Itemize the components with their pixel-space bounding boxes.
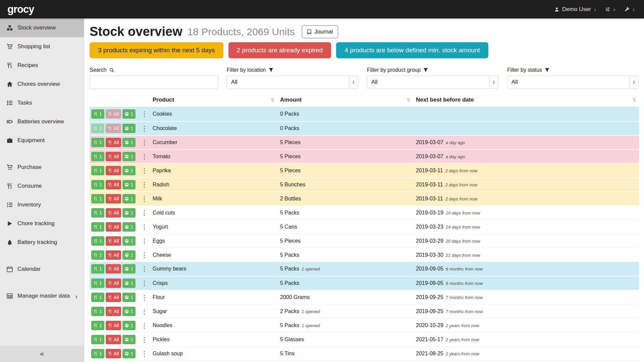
consume-all-button[interactable]: All bbox=[106, 222, 121, 232]
open-one-button[interactable]: 1 bbox=[122, 349, 136, 358]
consume-one-button[interactable]: 1 bbox=[91, 293, 104, 302]
open-one-button[interactable]: 1 bbox=[122, 307, 136, 316]
consume-one-button[interactable]: 1 bbox=[91, 208, 104, 218]
open-one-button[interactable]: 1 bbox=[122, 236, 136, 246]
journal-button[interactable]: Journal bbox=[302, 25, 338, 38]
row-menu-button[interactable]: ⋮ bbox=[139, 307, 149, 315]
row-menu-button[interactable]: ⋮ bbox=[139, 110, 149, 118]
open-one-button[interactable]: 1 bbox=[122, 194, 136, 203]
open-one-button[interactable]: 1 bbox=[122, 208, 136, 218]
col-product[interactable]: Product ⇅ bbox=[150, 94, 277, 107]
row-menu-button[interactable]: ⋮ bbox=[139, 279, 149, 287]
sidebar-item-consume[interactable]: Consume bbox=[0, 177, 84, 195]
consume-all-button[interactable]: All bbox=[106, 166, 121, 175]
sidebar-item-manage-master-data[interactable]: Manage master data› bbox=[0, 287, 84, 305]
sidebar-item-chores-overview[interactable]: Chores overview bbox=[0, 75, 84, 94]
consume-all-button[interactable]: All bbox=[106, 138, 121, 147]
sidebar-item-recipes[interactable]: Recipes bbox=[0, 56, 84, 75]
sidebar-item-batteries-overview[interactable]: Batteries overview bbox=[0, 112, 84, 131]
consume-one-button[interactable]: 1 bbox=[91, 180, 104, 189]
open-one-button[interactable]: 1 bbox=[122, 293, 136, 302]
col-amount[interactable]: Amount ⇅ bbox=[277, 94, 413, 107]
product-group-filter-select[interactable]: All bbox=[367, 75, 498, 89]
consume-one-button[interactable]: 1 bbox=[91, 166, 104, 175]
open-one-button[interactable]: 1 bbox=[122, 138, 136, 147]
consume-all-button[interactable]: All bbox=[106, 236, 121, 246]
consume-one-button[interactable]: 1 bbox=[91, 321, 104, 330]
sidebar-collapse-button[interactable]: « bbox=[0, 346, 84, 362]
consume-all-button[interactable]: All bbox=[106, 321, 121, 330]
consume-one-button[interactable]: 1 bbox=[91, 222, 104, 232]
admin-menu[interactable]: › bbox=[625, 6, 635, 12]
row-menu-button[interactable]: ⋮ bbox=[139, 223, 149, 231]
below-min-stock-alert-badge[interactable]: 4 products are below defined min. stock … bbox=[336, 42, 488, 58]
sidebar-item-stock-overview[interactable]: Stock overview bbox=[0, 18, 84, 37]
consume-all-button[interactable]: All bbox=[106, 349, 121, 358]
consume-one-button[interactable]: 1 bbox=[91, 109, 104, 119]
open-one-button[interactable]: 1 bbox=[122, 124, 136, 133]
row-menu-button[interactable]: ⋮ bbox=[139, 350, 149, 358]
row-menu-button[interactable]: ⋮ bbox=[139, 336, 149, 344]
open-one-button[interactable]: 1 bbox=[122, 180, 136, 189]
consume-one-button[interactable]: 1 bbox=[91, 124, 104, 133]
open-one-button[interactable]: 1 bbox=[122, 279, 136, 288]
consume-one-button[interactable]: 1 bbox=[91, 279, 104, 288]
consume-one-button[interactable]: 1 bbox=[91, 264, 104, 274]
row-menu-button[interactable]: ⋮ bbox=[139, 209, 149, 217]
open-one-button[interactable]: 1 bbox=[122, 109, 136, 119]
consume-all-button[interactable]: All bbox=[106, 250, 121, 260]
consume-all-button[interactable]: All bbox=[106, 152, 121, 161]
expired-alert-badge[interactable]: 2 products are already expired bbox=[228, 42, 331, 58]
sidebar-item-tasks[interactable]: Tasks bbox=[0, 94, 84, 112]
row-menu-button[interactable]: ⋮ bbox=[139, 167, 149, 175]
sidebar-item-calendar[interactable]: Calendar bbox=[0, 260, 84, 279]
open-one-button[interactable]: 1 bbox=[122, 321, 136, 330]
row-menu-button[interactable]: ⋮ bbox=[139, 195, 149, 203]
consume-all-button[interactable]: All bbox=[106, 307, 121, 316]
open-one-button[interactable]: 1 bbox=[122, 222, 136, 232]
consume-all-button[interactable]: All bbox=[106, 194, 121, 203]
consume-all-button[interactable]: All bbox=[106, 124, 121, 133]
consume-all-button[interactable]: All bbox=[106, 109, 121, 119]
consume-all-button[interactable]: All bbox=[106, 264, 121, 274]
consume-one-button[interactable]: 1 bbox=[91, 250, 104, 260]
sidebar-item-chore-tracking[interactable]: Chore tracking bbox=[0, 214, 84, 233]
sidebar-item-inventory[interactable]: Inventory bbox=[0, 195, 84, 214]
consume-all-button[interactable]: All bbox=[106, 180, 121, 189]
consume-one-button[interactable]: 1 bbox=[91, 349, 104, 358]
consume-one-button[interactable]: 1 bbox=[91, 236, 104, 246]
sidebar-item-battery-tracking[interactable]: Battery tracking bbox=[0, 233, 84, 252]
status-filter-select[interactable]: All bbox=[507, 75, 639, 89]
open-one-button[interactable]: 1 bbox=[122, 335, 136, 344]
open-one-button[interactable]: 1 bbox=[122, 152, 136, 161]
sidebar-item-purchase[interactable]: Purchase bbox=[0, 158, 84, 177]
consume-all-button[interactable]: All bbox=[106, 208, 121, 218]
row-menu-button[interactable]: ⋮ bbox=[139, 265, 149, 273]
col-best-before-date[interactable]: Next best before date ⇅ bbox=[413, 94, 639, 107]
location-filter-select[interactable]: All bbox=[227, 75, 358, 89]
row-menu-button[interactable]: ⋮ bbox=[139, 237, 149, 245]
consume-one-button[interactable]: 1 bbox=[91, 335, 104, 344]
consume-all-button[interactable]: All bbox=[106, 279, 121, 288]
consume-one-button[interactable]: 1 bbox=[91, 307, 104, 316]
settings-menu[interactable]: › bbox=[605, 6, 615, 12]
open-one-button[interactable]: 1 bbox=[122, 264, 136, 274]
search-input[interactable] bbox=[90, 75, 218, 89]
consume-all-button[interactable]: All bbox=[106, 335, 121, 344]
sidebar-item-equipment[interactable]: Equipment bbox=[0, 131, 84, 150]
row-menu-button[interactable]: ⋮ bbox=[139, 181, 149, 189]
open-one-button[interactable]: 1 bbox=[122, 250, 136, 260]
consume-one-button[interactable]: 1 bbox=[91, 194, 104, 203]
row-menu-button[interactable]: ⋮ bbox=[139, 138, 149, 146]
row-menu-button[interactable]: ⋮ bbox=[139, 293, 149, 301]
row-menu-button[interactable]: ⋮ bbox=[139, 251, 149, 259]
sidebar-item-shopping-list[interactable]: Shopping list bbox=[0, 37, 84, 56]
app-logo[interactable]: grocy bbox=[7, 3, 34, 15]
expiring-alert-badge[interactable]: 3 products expiring within the next 5 da… bbox=[90, 42, 223, 58]
row-menu-button[interactable]: ⋮ bbox=[139, 321, 149, 329]
user-menu[interactable]: Demo User › bbox=[554, 6, 596, 13]
row-menu-button[interactable]: ⋮ bbox=[139, 124, 149, 132]
consume-one-button[interactable]: 1 bbox=[91, 152, 104, 161]
consume-one-button[interactable]: 1 bbox=[91, 138, 104, 147]
open-one-button[interactable]: 1 bbox=[122, 166, 136, 175]
